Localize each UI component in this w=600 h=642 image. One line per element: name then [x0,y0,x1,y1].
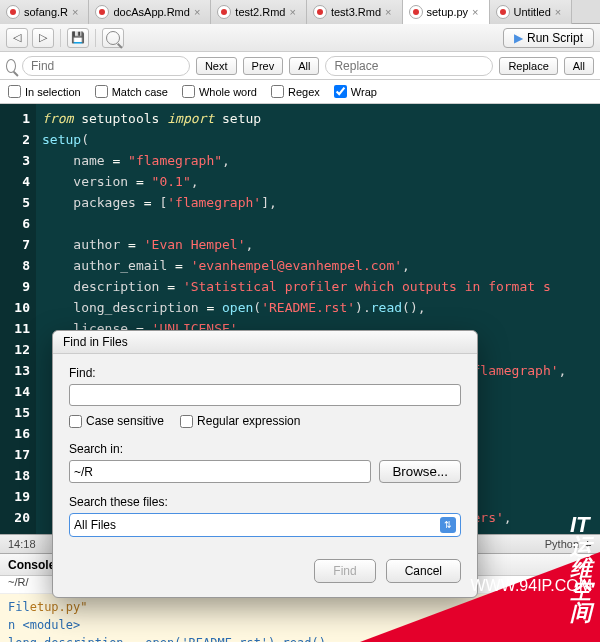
search-files-label: Search these files: [69,495,461,509]
file-icon [95,5,109,19]
file-icon [313,5,327,19]
search-icon [6,59,16,73]
dialog-find-input[interactable] [69,384,461,406]
find-label: Find: [69,366,461,380]
tab-test3-rmd[interactable]: test3.Rmd× [307,0,403,24]
tab-test2-rmd[interactable]: test2.Rmd× [211,0,307,24]
regex-checkbox[interactable]: Regex [271,85,320,98]
find-options: In selection Match case Whole word Regex… [0,80,600,104]
gutter: 123456789101112131415161718192021 [0,104,36,534]
file-type-select[interactable]: All Files ⇅ [69,513,461,537]
tab-untitled[interactable]: Untitled× [490,0,573,24]
find-bar: Next Prev All Replace All [0,52,600,80]
whole-word-checkbox[interactable]: Whole word [182,85,257,98]
close-icon[interactable]: × [194,6,200,18]
file-icon [217,5,231,19]
back-button[interactable]: ◁ [6,28,28,48]
save-button[interactable]: 💾 [67,28,89,48]
browse-button[interactable]: Browse... [379,460,461,483]
close-icon[interactable]: × [72,6,78,18]
close-icon[interactable]: × [555,6,561,18]
search-icon [106,31,120,45]
search-in-input[interactable] [69,460,371,483]
case-sensitive-checkbox[interactable]: Case sensitive [69,414,164,428]
wrap-checkbox[interactable]: Wrap [334,85,377,98]
select-arrows-icon: ⇅ [440,517,456,533]
cursor-position: 14:18 [8,538,36,550]
file-icon [496,5,510,19]
close-icon[interactable]: × [289,6,295,18]
file-icon [6,5,20,19]
tab-docasapp-rmd[interactable]: docAsApp.Rmd× [89,0,211,24]
regex-checkbox[interactable]: Regular expression [180,414,300,428]
search-in-label: Search in: [69,442,461,456]
replace-all-button[interactable]: All [564,57,594,75]
file-icon [409,5,423,19]
forward-button[interactable]: ▷ [32,28,54,48]
dialog-title: Find in Files [53,331,477,354]
find-input[interactable] [22,56,190,76]
match-case-checkbox[interactable]: Match case [95,85,168,98]
search-button[interactable] [102,28,124,48]
in-selection-checkbox[interactable]: In selection [8,85,81,98]
replace-input[interactable] [325,56,493,76]
find-all-button[interactable]: All [289,57,319,75]
replace-button[interactable]: Replace [499,57,557,75]
tab-sofang-r[interactable]: sofang.R× [0,0,89,24]
tab-setup-py[interactable]: setup.py× [403,0,490,24]
find-next-button[interactable]: Next [196,57,237,75]
close-icon[interactable]: × [385,6,391,18]
find-prev-button[interactable]: Prev [243,57,284,75]
run-script-button[interactable]: Run Script [503,28,594,48]
tab-bar: sofang.R×docAsApp.Rmd×test2.Rmd×test3.Rm… [0,0,600,24]
close-icon[interactable]: × [472,6,478,18]
main-toolbar: ◁ ▷ 💾 Run Script [0,24,600,52]
